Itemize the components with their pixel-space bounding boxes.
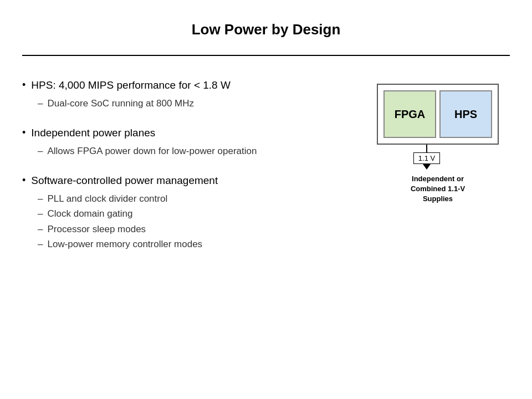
fpga-block: FPGA bbox=[383, 90, 436, 138]
sub-item-3-3: – Processor sleep modes bbox=[38, 222, 355, 237]
voltage-arrow-icon bbox=[423, 164, 431, 170]
bullet-dot-3: • bbox=[22, 173, 25, 187]
sub-item-3-4: – Low-power memory controller modes bbox=[38, 237, 355, 252]
hps-label: HPS bbox=[454, 108, 477, 121]
hps-block: HPS bbox=[439, 90, 492, 138]
sub-text-3-3: Processor sleep modes bbox=[47, 222, 146, 237]
voltage-line-top bbox=[426, 145, 427, 152]
bullet-list: • HPS: 4,000 MIPS performance for < 1.8 … bbox=[22, 78, 355, 267]
sub-item-3-1: – PLL and clock divider control bbox=[38, 192, 355, 206]
bullet-main-3: • Software-controlled power management bbox=[22, 173, 355, 188]
content-area: • HPS: 4,000 MIPS performance for < 1.8 … bbox=[22, 78, 510, 267]
sub-item-2-1: – Allows FPGA power down for low-power o… bbox=[38, 144, 355, 158]
sub-text-1-1: Dual-core SoC running at 800 MHz bbox=[47, 96, 194, 111]
sub-dash-3-4: – bbox=[38, 237, 43, 252]
bullet-dot-1: • bbox=[22, 78, 25, 92]
bullet-main-1: • HPS: 4,000 MIPS performance for < 1.8 … bbox=[22, 78, 355, 93]
sub-text-2-1: Allows FPGA power down for low-power ope… bbox=[47, 144, 257, 158]
sub-dash-2-1: – bbox=[38, 144, 43, 158]
bullet-text-2: Independent power planes bbox=[31, 126, 155, 141]
page-title: Low Power by Design bbox=[22, 11, 510, 56]
slide: Low Power by Design • HPS: 4,000 MIPS pe… bbox=[0, 0, 532, 399]
diagram-description: Independent orCombined 1.1-VSupplies bbox=[411, 174, 465, 204]
sub-text-3-2: Clock domain gating bbox=[47, 207, 132, 221]
bullet-text-3: Software-controlled power management bbox=[31, 173, 218, 188]
bullet-text-1: HPS: 4,000 MIPS performance for < 1.8 W bbox=[31, 78, 231, 93]
chip-container: FPGA HPS bbox=[377, 84, 499, 145]
bullet-dot-2: • bbox=[22, 126, 25, 140]
sub-dash-3-2: – bbox=[38, 207, 43, 221]
sub-item-1-1: – Dual-core SoC running at 800 MHz bbox=[38, 96, 355, 111]
fpga-label: FPGA bbox=[395, 108, 426, 121]
bullet-item-1: • HPS: 4,000 MIPS performance for < 1.8 … bbox=[22, 78, 355, 110]
voltage-label: 1.1 V bbox=[418, 154, 435, 162]
sub-dash-3-3: – bbox=[38, 222, 43, 237]
bullet-item-2: • Independent power planes – Allows FPGA… bbox=[22, 126, 355, 158]
bullet-item-3: • Software-controlled power management –… bbox=[22, 173, 355, 252]
sub-dash-1-1: – bbox=[38, 96, 43, 111]
sub-list-1: – Dual-core SoC running at 800 MHz bbox=[38, 96, 355, 111]
voltage-connector: 1.1 V bbox=[377, 145, 499, 170]
sub-list-2: – Allows FPGA power down for low-power o… bbox=[38, 144, 355, 158]
sub-item-3-2: – Clock domain gating bbox=[38, 207, 355, 221]
voltage-badge: 1.1 V bbox=[413, 152, 440, 164]
sub-text-3-4: Low-power memory controller modes bbox=[47, 237, 202, 252]
sub-list-3: – PLL and clock divider control – Clock … bbox=[38, 192, 355, 252]
sub-text-3-1: PLL and clock divider control bbox=[47, 192, 167, 206]
bullet-main-2: • Independent power planes bbox=[22, 126, 355, 141]
diagram-area: FPGA HPS 1.1 V Independent orCombined 1.… bbox=[366, 78, 510, 204]
sub-dash-3-1: – bbox=[38, 192, 43, 206]
